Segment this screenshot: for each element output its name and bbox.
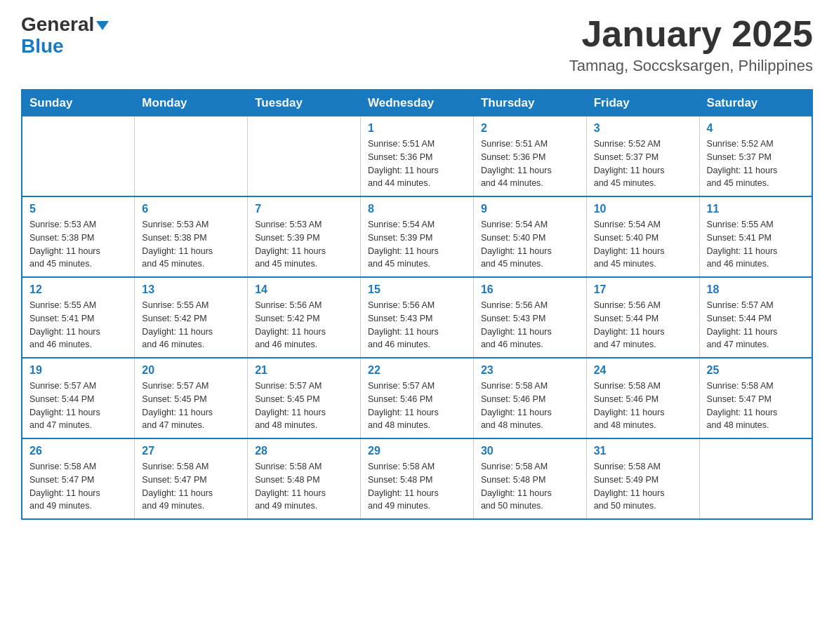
- calendar-cell: 6Sunrise: 5:53 AM Sunset: 5:38 PM Daylig…: [135, 196, 248, 277]
- day-number: 27: [142, 445, 240, 457]
- day-info: Sunrise: 5:58 AM Sunset: 5:48 PM Dayligh…: [255, 460, 353, 513]
- calendar-cell: 11Sunrise: 5:55 AM Sunset: 5:41 PM Dayli…: [699, 196, 812, 277]
- day-number: 29: [368, 445, 466, 457]
- calendar-header-monday: Monday: [135, 90, 248, 116]
- day-info: Sunrise: 5:52 AM Sunset: 5:37 PM Dayligh…: [594, 137, 692, 190]
- day-number: 1: [368, 122, 466, 135]
- calendar-header-thursday: Thursday: [473, 90, 586, 116]
- calendar-cell: 8Sunrise: 5:54 AM Sunset: 5:39 PM Daylig…: [361, 196, 474, 277]
- day-info: Sunrise: 5:54 AM Sunset: 5:39 PM Dayligh…: [368, 218, 466, 271]
- day-info: Sunrise: 5:58 AM Sunset: 5:48 PM Dayligh…: [481, 460, 579, 513]
- calendar-table: SundayMondayTuesdayWednesdayThursdayFrid…: [21, 89, 813, 520]
- month-title: January 2025: [569, 14, 813, 54]
- logo-blue: Blue: [21, 36, 109, 58]
- day-number: 13: [142, 283, 240, 296]
- day-number: 16: [481, 283, 579, 296]
- calendar-cell: 4Sunrise: 5:52 AM Sunset: 5:37 PM Daylig…: [699, 116, 812, 197]
- day-number: 23: [481, 364, 579, 377]
- title-section: January 2025 Tamnag, Soccsksargen, Phili…: [569, 14, 813, 75]
- day-number: 11: [707, 203, 805, 215]
- calendar-cell: 31Sunrise: 5:58 AM Sunset: 5:49 PM Dayli…: [586, 438, 699, 519]
- calendar-cell: 28Sunrise: 5:58 AM Sunset: 5:48 PM Dayli…: [248, 438, 361, 519]
- logo: General Blue: [21, 14, 109, 58]
- day-number: 12: [29, 283, 127, 296]
- day-info: Sunrise: 5:58 AM Sunset: 5:49 PM Dayligh…: [594, 460, 692, 513]
- calendar-cell: 13Sunrise: 5:55 AM Sunset: 5:42 PM Dayli…: [135, 277, 248, 358]
- calendar-cell: 3Sunrise: 5:52 AM Sunset: 5:37 PM Daylig…: [586, 116, 699, 197]
- calendar-cell: 29Sunrise: 5:58 AM Sunset: 5:48 PM Dayli…: [361, 438, 474, 519]
- calendar-week-row: 5Sunrise: 5:53 AM Sunset: 5:38 PM Daylig…: [22, 196, 812, 277]
- calendar-week-row: 26Sunrise: 5:58 AM Sunset: 5:47 PM Dayli…: [22, 438, 812, 519]
- day-info: Sunrise: 5:57 AM Sunset: 5:45 PM Dayligh…: [142, 380, 240, 432]
- calendar-header-saturday: Saturday: [699, 90, 812, 116]
- day-info: Sunrise: 5:54 AM Sunset: 5:40 PM Dayligh…: [481, 218, 579, 271]
- calendar-cell: 7Sunrise: 5:53 AM Sunset: 5:39 PM Daylig…: [248, 196, 361, 277]
- day-number: 9: [481, 203, 579, 215]
- calendar-header-wednesday: Wednesday: [361, 90, 474, 116]
- day-info: Sunrise: 5:58 AM Sunset: 5:46 PM Dayligh…: [481, 380, 579, 432]
- calendar-cell: 2Sunrise: 5:51 AM Sunset: 5:36 PM Daylig…: [473, 116, 586, 197]
- day-info: Sunrise: 5:53 AM Sunset: 5:38 PM Dayligh…: [142, 218, 240, 271]
- day-info: Sunrise: 5:53 AM Sunset: 5:38 PM Dayligh…: [29, 218, 127, 271]
- calendar-header-sunday: Sunday: [22, 90, 135, 116]
- day-number: 30: [481, 445, 579, 457]
- day-info: Sunrise: 5:51 AM Sunset: 5:36 PM Dayligh…: [368, 137, 466, 190]
- calendar-cell: 23Sunrise: 5:58 AM Sunset: 5:46 PM Dayli…: [473, 358, 586, 438]
- day-number: 19: [29, 364, 127, 377]
- calendar-cell: 15Sunrise: 5:56 AM Sunset: 5:43 PM Dayli…: [361, 277, 474, 358]
- calendar-cell: 24Sunrise: 5:58 AM Sunset: 5:46 PM Dayli…: [586, 358, 699, 438]
- day-info: Sunrise: 5:58 AM Sunset: 5:48 PM Dayligh…: [368, 460, 466, 513]
- calendar-week-row: 12Sunrise: 5:55 AM Sunset: 5:41 PM Dayli…: [22, 277, 812, 358]
- calendar-header-tuesday: Tuesday: [248, 90, 361, 116]
- day-number: 18: [707, 283, 805, 296]
- calendar-cell: [699, 438, 812, 519]
- day-info: Sunrise: 5:58 AM Sunset: 5:46 PM Dayligh…: [594, 380, 692, 432]
- day-number: 7: [255, 203, 353, 215]
- day-number: 28: [255, 445, 353, 457]
- day-info: Sunrise: 5:55 AM Sunset: 5:41 PM Dayligh…: [707, 218, 805, 271]
- calendar-cell: 10Sunrise: 5:54 AM Sunset: 5:40 PM Dayli…: [586, 196, 699, 277]
- logo-general: General: [21, 14, 109, 36]
- calendar-week-row: 19Sunrise: 5:57 AM Sunset: 5:44 PM Dayli…: [22, 358, 812, 438]
- day-info: Sunrise: 5:57 AM Sunset: 5:45 PM Dayligh…: [255, 380, 353, 432]
- day-number: 25: [707, 364, 805, 377]
- day-number: 4: [707, 122, 805, 135]
- day-number: 22: [368, 364, 466, 377]
- calendar-week-row: 1Sunrise: 5:51 AM Sunset: 5:36 PM Daylig…: [22, 116, 812, 197]
- day-number: 20: [142, 364, 240, 377]
- day-info: Sunrise: 5:56 AM Sunset: 5:44 PM Dayligh…: [594, 299, 692, 351]
- calendar-cell: [22, 116, 135, 197]
- calendar-cell: 30Sunrise: 5:58 AM Sunset: 5:48 PM Dayli…: [473, 438, 586, 519]
- day-number: 15: [368, 283, 466, 296]
- day-info: Sunrise: 5:57 AM Sunset: 5:46 PM Dayligh…: [368, 380, 466, 432]
- calendar-cell: 9Sunrise: 5:54 AM Sunset: 5:40 PM Daylig…: [473, 196, 586, 277]
- day-info: Sunrise: 5:51 AM Sunset: 5:36 PM Dayligh…: [481, 137, 579, 190]
- day-info: Sunrise: 5:53 AM Sunset: 5:39 PM Dayligh…: [255, 218, 353, 271]
- day-number: 5: [29, 203, 127, 215]
- calendar-cell: 5Sunrise: 5:53 AM Sunset: 5:38 PM Daylig…: [22, 196, 135, 277]
- day-info: Sunrise: 5:55 AM Sunset: 5:41 PM Dayligh…: [29, 299, 127, 351]
- calendar-cell: 26Sunrise: 5:58 AM Sunset: 5:47 PM Dayli…: [22, 438, 135, 519]
- day-info: Sunrise: 5:56 AM Sunset: 5:43 PM Dayligh…: [481, 299, 579, 351]
- day-info: Sunrise: 5:54 AM Sunset: 5:40 PM Dayligh…: [594, 218, 692, 271]
- day-info: Sunrise: 5:58 AM Sunset: 5:47 PM Dayligh…: [707, 380, 805, 432]
- day-info: Sunrise: 5:58 AM Sunset: 5:47 PM Dayligh…: [142, 460, 240, 513]
- day-number: 26: [29, 445, 127, 457]
- calendar-cell: 1Sunrise: 5:51 AM Sunset: 5:36 PM Daylig…: [361, 116, 474, 197]
- calendar-cell: 22Sunrise: 5:57 AM Sunset: 5:46 PM Dayli…: [361, 358, 474, 438]
- day-number: 14: [255, 283, 353, 296]
- calendar-cell: 18Sunrise: 5:57 AM Sunset: 5:44 PM Dayli…: [699, 277, 812, 358]
- day-number: 24: [594, 364, 692, 377]
- day-number: 31: [594, 445, 692, 457]
- day-number: 21: [255, 364, 353, 377]
- calendar-cell: 21Sunrise: 5:57 AM Sunset: 5:45 PM Dayli…: [248, 358, 361, 438]
- calendar-cell: 27Sunrise: 5:58 AM Sunset: 5:47 PM Dayli…: [135, 438, 248, 519]
- day-info: Sunrise: 5:57 AM Sunset: 5:44 PM Dayligh…: [707, 299, 805, 351]
- calendar-cell: 17Sunrise: 5:56 AM Sunset: 5:44 PM Dayli…: [586, 277, 699, 358]
- location-title: Tamnag, Soccsksargen, Philippines: [569, 57, 813, 75]
- calendar-cell: 25Sunrise: 5:58 AM Sunset: 5:47 PM Dayli…: [699, 358, 812, 438]
- day-number: 8: [368, 203, 466, 215]
- day-info: Sunrise: 5:56 AM Sunset: 5:42 PM Dayligh…: [255, 299, 353, 351]
- day-number: 2: [481, 122, 579, 135]
- day-info: Sunrise: 5:56 AM Sunset: 5:43 PM Dayligh…: [368, 299, 466, 351]
